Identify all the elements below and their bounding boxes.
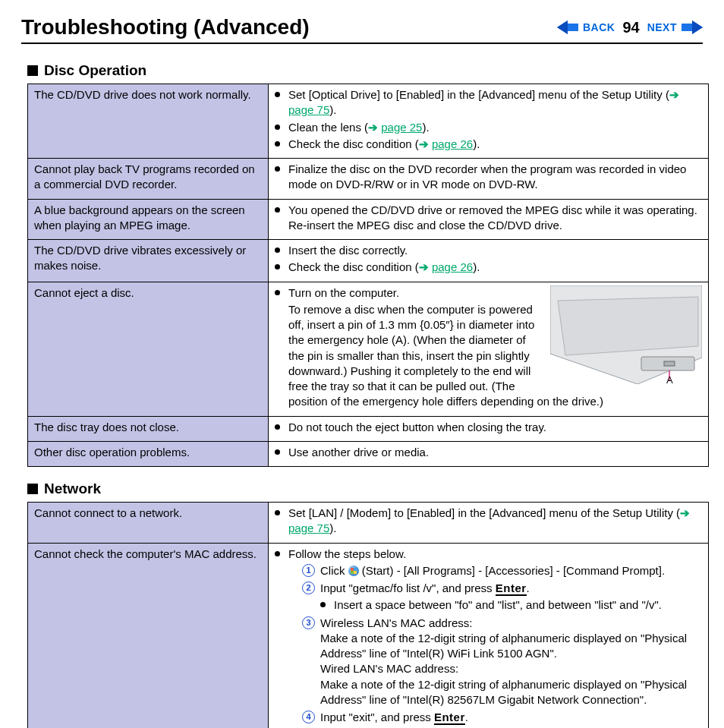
table-row: Cannot eject a disc. A Turn on the compu… bbox=[28, 282, 709, 416]
section-title-disc: Disc Operation bbox=[44, 62, 146, 79]
step-item: Input "getmac/fo list /v", and press Ent… bbox=[302, 581, 702, 613]
page-ref-link[interactable]: page 75 bbox=[288, 522, 329, 534]
page-ref-link[interactable]: page 26 bbox=[432, 137, 473, 150]
network-table: Cannot connect to a network. Set [LAN] /… bbox=[27, 502, 709, 728]
solution-cell: Do not touch the eject button when closi… bbox=[269, 416, 709, 441]
step-item: Wireless LAN's MAC address: Make a note … bbox=[302, 616, 702, 708]
solution-cell: Finalize the disc on the DVD recorder wh… bbox=[269, 159, 709, 200]
page-nav: BACK 94 NEXT bbox=[557, 19, 703, 36]
square-bullet-icon bbox=[27, 65, 38, 76]
solution-cell: A Turn on the computer. To remove a disc… bbox=[269, 282, 709, 416]
page-title: Troubleshooting (Advanced) bbox=[21, 15, 310, 39]
nav-next-link[interactable]: NEXT bbox=[647, 21, 677, 33]
table-row: The CD/DVD drive vibrates excessively or… bbox=[28, 240, 709, 282]
solution-cell: You opened the CD/DVD drive or removed t… bbox=[269, 199, 709, 240]
svg-marker-1 bbox=[557, 20, 568, 34]
step-item: Click (Start) - [All Programs] - [Access… bbox=[302, 563, 702, 578]
problem-cell: Cannot play back TV programs recorded on… bbox=[28, 159, 269, 200]
page-number: 94 bbox=[622, 19, 639, 36]
page-ref-link[interactable]: page 25 bbox=[381, 121, 422, 134]
section-heading-network: Network bbox=[27, 481, 703, 497]
square-bullet-icon bbox=[27, 484, 38, 494]
solution-cell: Follow the steps below. Click (Start) - … bbox=[269, 543, 709, 728]
problem-cell: Cannot connect to a network. bbox=[28, 503, 269, 544]
svg-marker-3 bbox=[692, 20, 703, 34]
page-ref-link[interactable]: page 75 bbox=[288, 103, 329, 116]
solution-cell: Insert the disc correctly. Check the dis… bbox=[269, 240, 709, 282]
solution-cell: Use another drive or media. bbox=[269, 441, 709, 466]
table-row: The disc tray does not close. Do not tou… bbox=[28, 416, 709, 441]
table-row: Other disc operation problems. Use anoth… bbox=[28, 441, 709, 466]
enter-key: Enter bbox=[496, 581, 527, 596]
enter-key: Enter bbox=[434, 711, 465, 725]
solution-cell: Set [Optical Drive] to [Enabled] in the … bbox=[269, 84, 709, 159]
table-row: Cannot connect to a network. Set [LAN] /… bbox=[28, 503, 709, 544]
problem-cell: The CD/DVD drive does not work normally. bbox=[28, 84, 269, 159]
table-row: Cannot check the computer's MAC address.… bbox=[28, 543, 709, 728]
disc-operation-table: The CD/DVD drive does not work normally.… bbox=[27, 84, 709, 467]
table-row: A blue background appears on the screen … bbox=[28, 199, 709, 240]
steps-list: Click (Start) - [All Programs] - [Access… bbox=[302, 563, 702, 726]
problem-cell: Cannot check the computer's MAC address. bbox=[28, 543, 269, 728]
solution-cell: Set [LAN] / [Modem] to [Enabled] in the … bbox=[269, 503, 709, 544]
problem-cell: The CD/DVD drive vibrates excessively or… bbox=[28, 240, 269, 282]
step-item: Input "exit", and press Enter. bbox=[302, 710, 702, 725]
nav-back-arrow-icon[interactable] bbox=[557, 20, 578, 34]
windows-start-icon bbox=[348, 566, 359, 576]
table-row: The CD/DVD drive does not work normally.… bbox=[28, 84, 709, 159]
nav-next-arrow-icon[interactable] bbox=[682, 20, 703, 34]
section-heading-disc: Disc Operation bbox=[27, 62, 703, 79]
page-header: Troubleshooting (Advanced) BACK 94 NEXT bbox=[21, 15, 703, 44]
problem-cell: A blue background appears on the screen … bbox=[28, 199, 269, 240]
problem-cell: Cannot eject a disc. bbox=[28, 282, 269, 416]
section-title-network: Network bbox=[44, 481, 101, 497]
problem-cell: Other disc operation problems. bbox=[28, 441, 269, 466]
table-row: Cannot play back TV programs recorded on… bbox=[28, 159, 709, 200]
page-ref-link[interactable]: page 26 bbox=[432, 260, 473, 273]
nav-back-link[interactable]: BACK bbox=[583, 21, 615, 33]
problem-cell: The disc tray does not close. bbox=[28, 416, 269, 441]
